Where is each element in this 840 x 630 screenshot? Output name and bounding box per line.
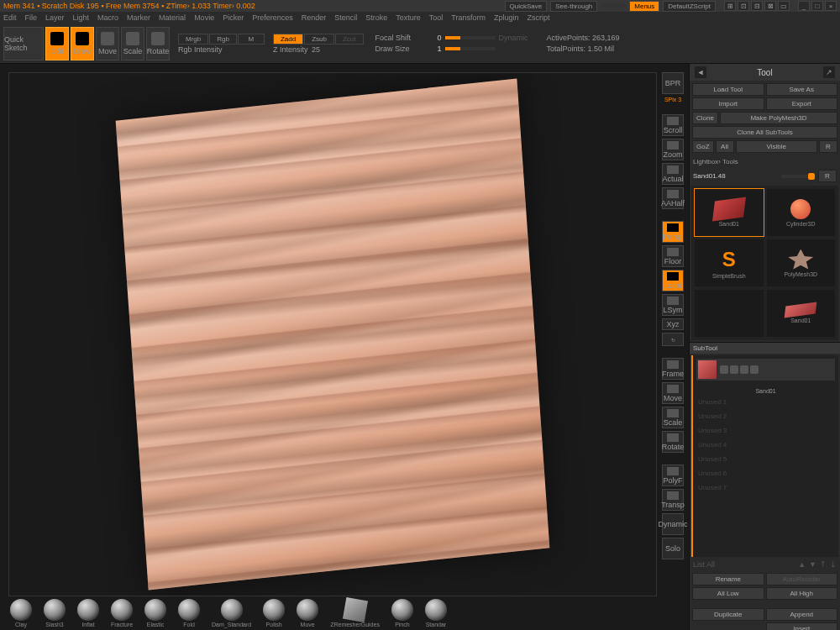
- minimize-button[interactable]: _: [798, 1, 810, 11]
- brush-clay[interactable]: Clay: [10, 599, 32, 627]
- scroll-button[interactable]: Scroll: [662, 114, 684, 136]
- brush-fold[interactable]: Fold: [178, 599, 200, 627]
- autoreorder-button[interactable]: AutoReorder: [766, 573, 838, 585]
- zcut-button[interactable]: Zcut: [335, 34, 364, 45]
- defaultzscript-button[interactable]: DefaultZScript: [663, 1, 716, 12]
- menu-marker[interactable]: Marker: [127, 13, 150, 22]
- scale-button[interactable]: Scale: [121, 27, 144, 60]
- subtool-item[interactable]: [696, 359, 835, 381]
- solo-button[interactable]: Solo: [662, 538, 684, 559]
- subtool-toggles[interactable]: [720, 365, 759, 374]
- visible-button[interactable]: Visible: [736, 140, 817, 153]
- rotate-button[interactable]: Rotate: [146, 27, 170, 60]
- menu-edit[interactable]: Edit: [3, 13, 17, 22]
- persp-button[interactable]: Persp: [662, 221, 684, 243]
- rotate-view-button[interactable]: Rotate: [662, 431, 684, 453]
- menu-transform[interactable]: Transform: [451, 13, 486, 22]
- rename-button[interactable]: Rename: [692, 573, 764, 585]
- dynamic-view-button[interactable]: Dynamic: [662, 513, 684, 535]
- polyf-button[interactable]: PolyF: [662, 465, 684, 486]
- menu-layer[interactable]: Layer: [45, 13, 65, 22]
- brush-damstandard[interactable]: Dam_Standard: [212, 599, 251, 627]
- zadd-button[interactable]: Zadd: [273, 34, 303, 45]
- import-button[interactable]: Import: [692, 97, 764, 110]
- drawsize-slider[interactable]: [445, 47, 496, 50]
- allhigh-button[interactable]: All High: [766, 587, 838, 600]
- draw-button[interactable]: Draw: [71, 27, 94, 60]
- panel-undock-icon[interactable]: ↗: [823, 66, 835, 78]
- thumb-polymesh[interactable]: PolyMesh3D: [767, 239, 836, 286]
- menu-stencil[interactable]: Stencil: [334, 13, 357, 22]
- r2-button[interactable]: R: [818, 170, 837, 182]
- quicksave-button[interactable]: QuickSave: [505, 1, 548, 12]
- menu-preferences[interactable]: Preferences: [252, 13, 293, 22]
- floor-button[interactable]: Floor: [662, 245, 684, 267]
- lsym-button[interactable]: LSym: [662, 294, 684, 316]
- viewport[interactable]: [8, 72, 657, 596]
- listall-button[interactable]: List All: [693, 560, 715, 569]
- menu-picker[interactable]: Picker: [223, 13, 244, 22]
- xyz-button[interactable]: Xyz: [662, 318, 684, 330]
- thumb-sand01[interactable]: Sand01: [695, 189, 764, 236]
- menu-movie[interactable]: Movie: [194, 13, 214, 22]
- down-icon[interactable]: ▼: [809, 560, 816, 569]
- duplicate-button[interactable]: Duplicate: [692, 608, 764, 621]
- frame-button[interactable]: Frame: [662, 358, 684, 380]
- dynamic-label[interactable]: Dynamic: [499, 34, 528, 42]
- saveas-button[interactable]: Save As: [766, 83, 838, 96]
- loadtool-button[interactable]: Load Tool: [692, 83, 764, 96]
- edit-button[interactable]: Edit: [45, 27, 69, 60]
- layout1-icon[interactable]: ⊞: [724, 1, 736, 11]
- brush-fracture[interactable]: Fracture: [111, 599, 133, 627]
- local-button[interactable]: Local: [662, 270, 684, 291]
- menu-stroke[interactable]: Stroke: [365, 13, 387, 22]
- up-icon[interactable]: ▲: [798, 560, 806, 569]
- brush-elastic[interactable]: Elastic: [144, 599, 166, 627]
- menu-render[interactable]: Render: [302, 13, 327, 22]
- menu-material[interactable]: Material: [159, 13, 186, 22]
- brush-standard[interactable]: Standar: [425, 599, 447, 627]
- scale-view-button[interactable]: Scale: [662, 407, 684, 428]
- all-button[interactable]: All: [716, 140, 734, 153]
- menu-light[interactable]: Light: [73, 13, 90, 22]
- subtool-header[interactable]: SubTool: [690, 342, 840, 354]
- close-button[interactable]: ×: [825, 1, 837, 11]
- layout4-icon[interactable]: ⊠: [764, 1, 776, 11]
- layout3-icon[interactable]: ⊟: [751, 1, 763, 11]
- seethrough-slider[interactable]: [601, 4, 626, 8]
- spix-label[interactable]: SPix 3: [664, 97, 681, 102]
- brush-move[interactable]: Move: [297, 599, 318, 627]
- breadcrumb[interactable]: Lightbox› Tools: [690, 155, 840, 168]
- brush-pinch[interactable]: Pinch: [391, 599, 413, 627]
- menus-button[interactable]: Menus: [629, 1, 659, 12]
- rgb-button[interactable]: Rgb: [209, 34, 237, 45]
- mrgb-button[interactable]: Mrgb: [178, 34, 208, 45]
- thumb-sand01b[interactable]: Sand01: [767, 290, 836, 337]
- menu-file[interactable]: File: [25, 13, 38, 22]
- layout5-icon[interactable]: ▭: [778, 1, 790, 11]
- goz-button[interactable]: GoZ: [692, 140, 714, 153]
- alllow-button[interactable]: All Low: [692, 587, 764, 600]
- append-button[interactable]: Append: [766, 608, 838, 621]
- bpr-button[interactable]: BPR: [662, 72, 684, 94]
- thumb-cylinder[interactable]: Cylinder3D: [767, 189, 836, 236]
- zoom-button[interactable]: Zoom: [662, 139, 684, 160]
- quicksketch-button[interactable]: Quick Sketch: [3, 27, 44, 60]
- bottom-icon[interactable]: ⤓: [830, 560, 837, 569]
- seethrough-button[interactable]: See-through: [550, 1, 597, 12]
- zsub-button[interactable]: Zsub: [304, 34, 334, 45]
- transp-button[interactable]: Transp: [662, 489, 684, 511]
- focalshift-slider[interactable]: [445, 36, 496, 39]
- makepolymesh-button[interactable]: Make PolyMesh3D: [720, 112, 837, 124]
- menu-macro[interactable]: Macro: [97, 13, 118, 22]
- brush-zremesher[interactable]: ZRemesherGuides: [330, 599, 380, 627]
- brush-inflat[interactable]: Inflat: [77, 599, 99, 627]
- menu-zplugin[interactable]: Zplugin: [494, 13, 519, 22]
- maximize-button[interactable]: □: [811, 1, 823, 11]
- panel-back-icon[interactable]: ◄: [695, 66, 706, 78]
- menu-texture[interactable]: Texture: [396, 13, 421, 22]
- top-icon[interactable]: ⤒: [820, 560, 827, 569]
- insert-button[interactable]: Insert: [766, 622, 838, 630]
- brush-slash3[interactable]: Slash3: [44, 599, 66, 627]
- r-button[interactable]: R: [819, 140, 837, 153]
